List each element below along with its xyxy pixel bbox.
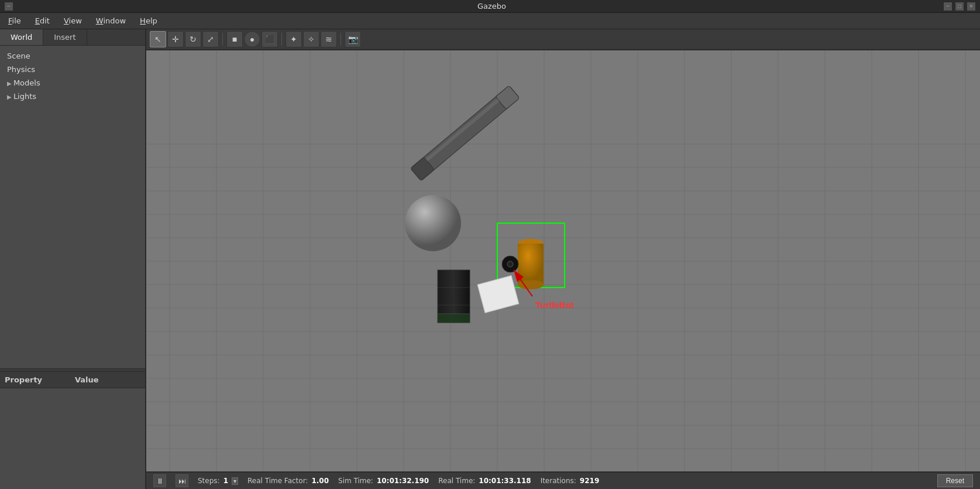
- realtime-group: Real Time: 10:01:33.118: [438, 477, 531, 485]
- titlebar-controls: − □ ×: [944, 2, 975, 11]
- property-col-header: Property: [5, 375, 75, 384]
- steps-group: Steps: 1 ▾: [198, 477, 238, 485]
- reset-button[interactable]: Reset: [937, 474, 973, 487]
- steps-value: 1: [223, 477, 228, 485]
- rtf-group: Real Time Factor: 1.00: [247, 477, 329, 485]
- menu-file[interactable]: File: [2, 15, 27, 27]
- sidebar-tabs: World Insert: [0, 29, 145, 46]
- toolbar: ↖ ✛ ↻ ⤢ ■ ● ⬛ ✦ ✧ ≋ 📷: [146, 29, 980, 50]
- rtf-value: 1.00: [311, 477, 329, 485]
- tab-insert[interactable]: Insert: [43, 29, 87, 45]
- svg-rect-39: [518, 244, 544, 285]
- tree-physics[interactable]: Physics: [0, 63, 145, 76]
- toolbar-sep-3: [341, 33, 341, 46]
- simtime-group: Sim Time: 10:01:32.190: [338, 477, 429, 485]
- tool-screenshot[interactable]: 📷: [345, 31, 361, 47]
- svg-point-41: [507, 261, 513, 267]
- tool-directional[interactable]: ≋: [321, 31, 337, 47]
- tool-spotlight[interactable]: ✧: [303, 31, 319, 47]
- statusbar: ⏸ ⏭ Steps: 1 ▾ Real Time Factor: 1.00 Si…: [146, 471, 980, 489]
- tree-lights[interactable]: Lights: [0, 90, 145, 103]
- titlebar-minimize-btn[interactable]: −: [944, 2, 952, 11]
- titlebar: − Gazebo − □ ×: [0, 0, 980, 13]
- realtime-label: Real Time:: [438, 477, 475, 485]
- viewport-3d[interactable]: TurtleBot: [146, 50, 980, 471]
- tree-models[interactable]: Models: [0, 76, 145, 90]
- steps-dropdown[interactable]: ▾: [232, 477, 238, 485]
- tool-box[interactable]: ■: [226, 31, 243, 47]
- tool-cylinder[interactable]: ⬛: [262, 31, 278, 47]
- viewport-area: ↖ ✛ ↻ ⤢ ■ ● ⬛ ✦ ✧ ≋ 📷: [146, 29, 980, 489]
- simtime-label: Sim Time:: [338, 477, 373, 485]
- step-forward-button[interactable]: ⏭: [176, 474, 188, 487]
- value-col-header: Value: [75, 375, 99, 384]
- menu-window[interactable]: Window: [90, 15, 132, 27]
- main-layout: World Insert Scene Physics Models Lights…: [0, 29, 980, 489]
- grid-canvas: TurtleBot: [146, 50, 980, 471]
- tool-translate[interactable]: ✛: [167, 31, 184, 47]
- turtlebot-label: TurtleBot: [535, 300, 574, 310]
- realtime-value: 10:01:33.118: [479, 477, 531, 485]
- tree-scene[interactable]: Scene: [0, 49, 145, 63]
- sidebar-tree: Scene Physics Models Lights: [0, 46, 145, 368]
- titlebar-maximize-btn[interactable]: □: [955, 2, 964, 11]
- menubar: File Edit View Window Help: [0, 13, 980, 29]
- pause-button[interactable]: ⏸: [153, 474, 166, 487]
- sidebar: World Insert Scene Physics Models Lights…: [0, 29, 146, 489]
- menu-help[interactable]: Help: [134, 15, 163, 27]
- titlebar-close-btn[interactable]: ×: [967, 2, 975, 11]
- iterations-value: 9219: [580, 477, 599, 485]
- properties-panel: Property Value: [0, 372, 145, 489]
- tool-pointlight[interactable]: ✦: [286, 31, 302, 47]
- rtf-label: Real Time Factor:: [247, 477, 308, 485]
- tool-rotate[interactable]: ↻: [185, 31, 201, 47]
- menu-edit[interactable]: Edit: [29, 15, 56, 27]
- iterations-label: Iterations:: [541, 477, 576, 485]
- tool-sphere[interactable]: ●: [244, 31, 260, 47]
- simtime-value: 10:01:32.190: [377, 477, 429, 485]
- toolbar-sep-1: [222, 33, 223, 46]
- tab-world[interactable]: World: [0, 29, 43, 45]
- sphere-object: [405, 195, 461, 251]
- svg-rect-46: [438, 314, 470, 323]
- titlebar-title: Gazebo: [477, 2, 506, 11]
- iterations-group: Iterations: 9219: [541, 477, 600, 485]
- steps-label: Steps:: [198, 477, 220, 485]
- toolbar-sep-2: [281, 33, 282, 46]
- svg-rect-1: [146, 50, 980, 471]
- tool-scale[interactable]: ⤢: [202, 31, 219, 47]
- menu-view[interactable]: View: [58, 15, 88, 27]
- tool-select[interactable]: ↖: [150, 31, 166, 47]
- properties-header: Property Value: [0, 372, 145, 388]
- titlebar-minimize[interactable]: −: [5, 2, 13, 11]
